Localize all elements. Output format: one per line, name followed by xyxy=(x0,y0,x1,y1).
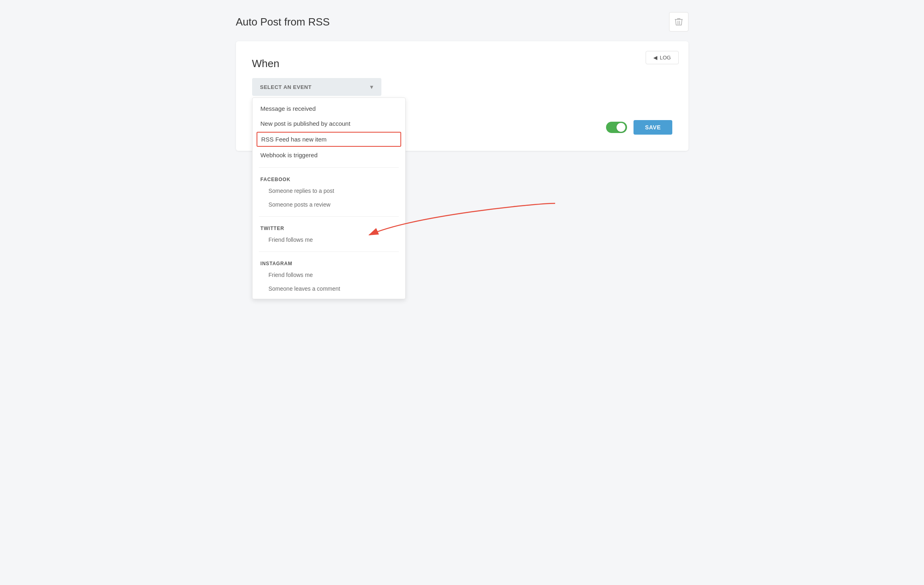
divider-2 xyxy=(259,216,399,217)
dropdown-menu: Message is received New post is publishe… xyxy=(252,97,406,299)
select-event-label: SELECT AN EVENT xyxy=(260,84,312,90)
page-title: Auto Post from RSS xyxy=(236,16,330,28)
page-container: Auto Post from RSS ◀ LOG When SELECT AN … xyxy=(220,0,705,163)
twitter-category-label: TWITTER xyxy=(253,222,405,233)
facebook-section: FACEBOOK Someone replies to a post Someo… xyxy=(253,169,405,215)
dropdown-item-fb-review[interactable]: Someone posts a review xyxy=(253,198,405,211)
log-button[interactable]: ◀ LOG xyxy=(646,51,678,64)
when-label: When xyxy=(252,57,672,70)
dropdown-item-message-received[interactable]: Message is received xyxy=(253,101,405,116)
trash-button[interactable] xyxy=(669,12,688,32)
dropdown-container: SELECT AN EVENT ▾ Message is received Ne… xyxy=(252,78,406,96)
toggle-slider xyxy=(606,122,627,133)
divider-3 xyxy=(259,251,399,252)
dropdown-item-new-post[interactable]: New post is published by account xyxy=(253,116,405,131)
log-chevron-icon: ◀ xyxy=(653,55,657,61)
instagram-section: INSTAGRAM Friend follows me Someone leav… xyxy=(253,253,405,299)
facebook-category-label: FACEBOOK xyxy=(253,173,405,184)
page-header: Auto Post from RSS xyxy=(236,12,688,32)
twitter-section: TWITTER Friend follows me xyxy=(253,218,405,250)
main-card: ◀ LOG When SELECT AN EVENT ▾ Message is … xyxy=(236,41,688,151)
chevron-down-icon: ▾ xyxy=(370,84,373,90)
dropdown-item-webhook[interactable]: Webhook is triggered xyxy=(253,148,405,163)
dropdown-item-fb-replies[interactable]: Someone replies to a post xyxy=(253,184,405,198)
trash-icon xyxy=(675,17,683,26)
log-label: LOG xyxy=(660,55,671,61)
select-event-trigger[interactable]: SELECT AN EVENT ▾ xyxy=(252,78,381,96)
dropdown-item-ig-follow[interactable]: Friend follows me xyxy=(253,268,405,282)
divider-1 xyxy=(259,167,399,168)
dropdown-top-section: Message is received New post is publishe… xyxy=(253,98,405,166)
toggle-switch[interactable] xyxy=(606,122,627,133)
instagram-category-label: INSTAGRAM xyxy=(253,257,405,268)
dropdown-item-tw-follow[interactable]: Friend follows me xyxy=(253,233,405,247)
dropdown-item-ig-comment[interactable]: Someone leaves a comment xyxy=(253,282,405,296)
save-button[interactable]: SAVE xyxy=(634,120,672,135)
dropdown-item-rss-feed[interactable]: RSS Feed has new item xyxy=(257,132,401,147)
